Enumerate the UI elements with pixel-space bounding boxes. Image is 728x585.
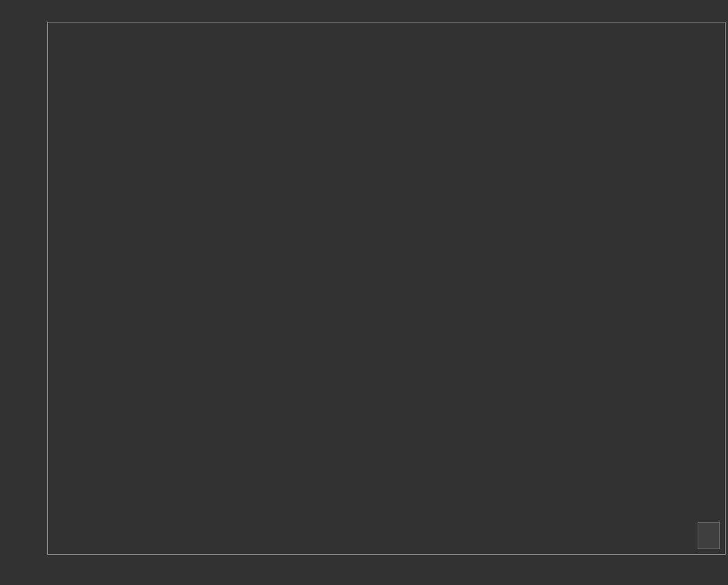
svg-rect-0: [48, 22, 725, 554]
locus-svg: [48, 22, 725, 554]
gamut-coverage-badge: [698, 522, 720, 549]
svg-rect-3: [48, 22, 725, 554]
plot-area: [47, 22, 726, 555]
